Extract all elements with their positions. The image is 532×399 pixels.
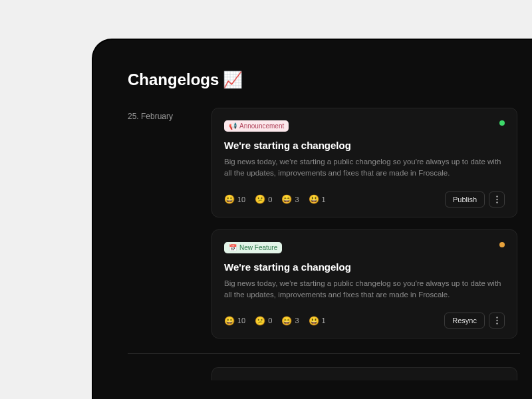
resync-button[interactable]: Resync [444,313,485,329]
status-dot-icon [499,242,505,247]
category-tag: 📢 Announcement [224,120,289,132]
emoji-icon: 😄 [281,316,292,326]
emoji-icon: 😃 [309,316,319,326]
svg-point-2 [496,201,497,203]
date-label: 25. February [128,108,188,121]
status-dot-icon [499,120,505,126]
card-body: Big news today, we're starting a public … [224,278,505,301]
dots-vertical-icon [496,196,498,203]
date-column: 25. February [128,108,188,338]
reaction-count: 0 [268,317,272,325]
reaction-count: 0 [268,196,272,203]
reactions-row: 😀 10 😕 0 😄 3 😃 1 [224,316,326,326]
reaction-count: 3 [295,317,299,325]
button-label: Publish [453,196,477,203]
reaction-button[interactable]: 😕 0 [255,316,272,326]
reaction-count: 10 [237,196,245,203]
publish-button[interactable]: Publish [445,192,485,207]
card-footer: 😀 10 😕 0 😄 3 😃 1 [224,313,505,329]
card-actions: Resync [444,313,505,329]
tag-label: Announcement [239,122,284,130]
button-label: Resync [452,317,477,325]
svg-point-0 [496,196,497,197]
changelog-card: 📢 Announcement We're starting a changelo… [211,108,517,217]
reaction-button[interactable]: 😀 10 [224,316,245,326]
app-window: Changelogs 📈 25. February 📢 Announcement… [93,40,532,399]
feature-icon: 📅 [229,244,237,251]
chart-icon: 📈 [223,70,243,89]
card-actions: Publish [445,192,505,207]
reactions-row: 😀 10 😕 0 😄 3 😃 1 [224,194,326,204]
card-title: We're starting a changelog [224,261,505,273]
emoji-icon: 😀 [224,316,235,326]
reaction-button[interactable]: 😃 1 [309,194,326,204]
dots-vertical-icon [496,317,498,325]
page-title-text: Changelogs [128,70,219,89]
reaction-button[interactable]: 😄 3 [281,316,299,326]
emoji-icon: 😄 [281,194,292,204]
announcement-icon: 📢 [229,122,237,130]
cards-column: 📢 Announcement We're starting a changelo… [211,108,532,338]
reaction-count: 10 [237,317,245,325]
reaction-button[interactable]: 😄 3 [281,194,299,204]
emoji-icon: 😀 [224,194,235,204]
reaction-button[interactable]: 😃 1 [309,316,326,326]
date-column [128,354,188,380]
changelog-card: 📅 New Feature We're starting a changelog… [211,229,517,339]
reaction-count: 1 [322,317,326,325]
reaction-button[interactable]: 😀 10 [224,194,245,204]
category-tag: 📅 New Feature [224,242,282,253]
reaction-button[interactable]: 😕 0 [255,194,272,204]
content-row [128,354,532,380]
changelog-card [211,367,517,380]
card-footer: 😀 10 😕 0 😄 3 😃 1 [224,192,505,207]
svg-point-5 [496,323,497,324]
emoji-icon: 😕 [255,316,265,326]
emoji-icon: 😃 [309,194,319,204]
more-options-button[interactable] [489,192,505,207]
content-row: 25. February 📢 Announcement We're starti… [128,108,532,338]
more-options-button[interactable] [489,313,505,329]
card-title: We're starting a changelog [224,140,505,151]
page-title: Changelogs 📈 [128,70,532,89]
svg-point-1 [496,198,497,200]
reaction-count: 3 [295,196,299,203]
tag-label: New Feature [239,244,277,251]
cards-column [211,354,532,380]
svg-point-3 [496,317,497,318]
card-body: Big news today, we're starting a public … [224,156,505,180]
svg-point-4 [496,320,497,321]
reaction-count: 1 [322,196,326,203]
emoji-icon: 😕 [255,194,265,204]
